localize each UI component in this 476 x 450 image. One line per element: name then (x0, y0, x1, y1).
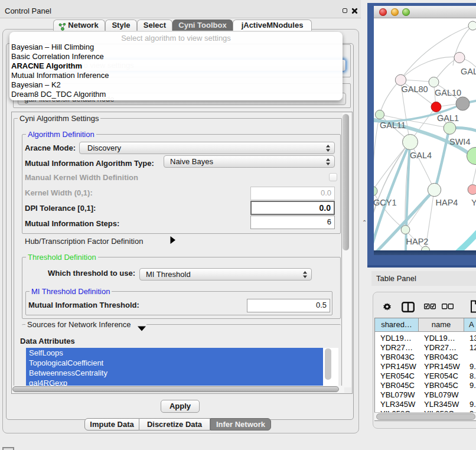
svg-text:GAL11: GAL11 (380, 120, 406, 130)
svg-text:GAL80: GAL80 (402, 84, 428, 94)
svg-text:GAL1: GAL1 (437, 113, 459, 123)
svg-text:GCY1: GCY1 (374, 198, 397, 207)
svg-text:Y: Y (471, 198, 476, 207)
svg-text:HAP2: HAP2 (406, 237, 429, 246)
svg-text:HAP4: HAP4 (436, 198, 458, 207)
svg-text:GAL2: GAL2 (461, 67, 476, 76)
svg-text:GAL10: GAL10 (435, 88, 461, 97)
svg-text:SWI4: SWI4 (449, 137, 470, 146)
svg-text:GAL4: GAL4 (410, 151, 432, 160)
